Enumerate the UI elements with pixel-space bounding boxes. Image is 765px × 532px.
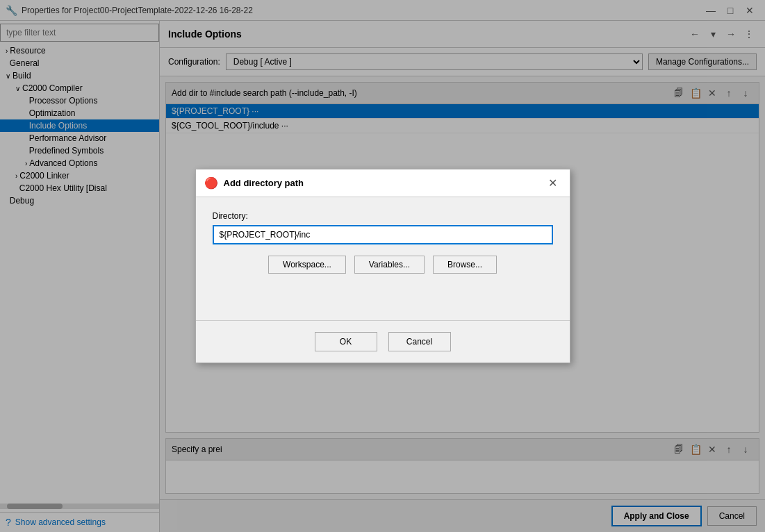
workspace-button[interactable]: Workspace...	[268, 256, 346, 274]
add-directory-modal: 🔴 Add directory path ✕ Directory: Worksp…	[195, 169, 570, 363]
modal-btn-row: Workspace... Variables... Browse...	[213, 256, 553, 274]
modal-titlebar: 🔴 Add directory path ✕	[196, 169, 570, 197]
modal-overlay: 🔴 Add directory path ✕ Directory: Worksp…	[0, 0, 765, 532]
browse-button[interactable]: Browse...	[433, 256, 497, 274]
modal-title: Add directory path	[224, 178, 304, 188]
modal-icon: 🔴	[204, 176, 218, 190]
directory-input[interactable]	[213, 225, 553, 244]
modal-body: Directory: Workspace... Variables... Bro…	[196, 197, 570, 320]
variables-button[interactable]: Variables...	[354, 256, 425, 274]
modal-cancel-button[interactable]: Cancel	[388, 332, 451, 351]
ok-button[interactable]: OK	[315, 332, 377, 351]
modal-close-button[interactable]: ✕	[544, 175, 561, 191]
modal-footer: OK Cancel	[196, 320, 570, 363]
modal-titlebar-left: 🔴 Add directory path	[204, 176, 304, 190]
directory-label: Directory:	[213, 211, 553, 221]
